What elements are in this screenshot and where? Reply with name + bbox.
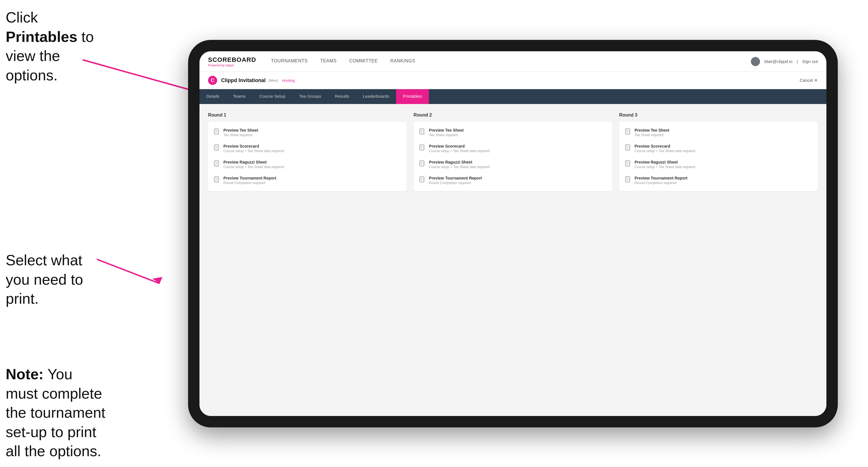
printables-bold: Printables [6, 29, 77, 45]
round1-tee-sheet-subtitle: Tee Sheet required [223, 133, 258, 137]
round1-scorecard-text: Preview Scorecard Course setup + Tee She… [223, 144, 284, 153]
round2-scorecard-title: Preview Scorecard [429, 144, 490, 149]
round3-tee-sheet-subtitle: Tee Sheet required [634, 133, 670, 137]
round3-tournament-report-title: Preview Tournament Report [634, 176, 688, 180]
nav-teams[interactable]: TEAMS [314, 51, 343, 72]
round2-scorecard[interactable]: Preview Scorecard Course setup + Tee She… [419, 143, 607, 154]
svg-marker-3 [152, 277, 162, 283]
round1-tee-sheet-title: Preview Tee Sheet [223, 128, 258, 132]
tournament-title: Clippd Invitational [221, 77, 266, 84]
round1-raguzzi-title: Preview Raguzzi Sheet [223, 160, 284, 164]
document-icon [419, 176, 426, 183]
round3-raguzzi-text: Preview Raguzzi Sheet Course setup + Tee… [634, 160, 695, 169]
round2-raguzzi[interactable]: Preview Raguzzi Sheet Course setup + Tee… [419, 159, 607, 170]
round1-raguzzi-subtitle: Course setup + Tee Sheet data required [223, 165, 284, 169]
tablet-screen: SCOREBOARD Powered by clippd TOURNAMENTS… [199, 51, 827, 416]
svg-line-0 [83, 60, 205, 94]
round-1-label: Round 1 [208, 113, 407, 118]
sub-nav: Details Teams Course Setup Tee Groups Re… [199, 89, 827, 104]
tournament-status: Hosting [282, 79, 294, 83]
top-nav-right: blair@clippd.io | Sign out [751, 57, 818, 66]
round3-scorecard-text: Preview Scorecard Course setup + Tee She… [634, 144, 695, 153]
round1-raguzzi[interactable]: Preview Raguzzi Sheet Course setup + Tee… [214, 159, 401, 170]
tab-course-setup[interactable]: Course Setup [252, 89, 292, 104]
round3-scorecard[interactable]: Preview Scorecard Course setup + Tee She… [625, 143, 812, 154]
round3-tee-sheet[interactable]: Preview Tee Sheet Tee Sheet required [625, 127, 812, 138]
top-nav: SCOREBOARD Powered by clippd TOURNAMENTS… [199, 51, 827, 72]
round2-tee-sheet-text: Preview Tee Sheet Tee Sheet required [429, 128, 464, 137]
round3-tournament-report-text: Preview Tournament Report Round Completi… [634, 176, 688, 185]
round1-scorecard-subtitle: Course setup + Tee Sheet data required [223, 149, 284, 153]
tab-leaderboards[interactable]: Leaderboards [356, 89, 396, 104]
round1-tee-sheet[interactable]: Preview Tee Sheet Tee Sheet required [214, 127, 401, 138]
round1-scorecard-title: Preview Scorecard [223, 144, 284, 149]
document-icon [214, 128, 220, 135]
round-2-label: Round 2 [413, 113, 612, 118]
round-3-column: Round 3 [619, 113, 818, 191]
logo-text: SCOREBOARD [208, 56, 256, 64]
user-email: blair@clippd.io [764, 59, 793, 64]
document-icon [625, 160, 631, 167]
nav-tournaments[interactable]: TOURNAMENTS [265, 51, 314, 72]
round1-tournament-report-subtitle: Round Completion required [223, 181, 276, 185]
round1-scorecard[interactable]: Preview Scorecard Course setup + Tee She… [214, 143, 401, 154]
round2-tournament-report-title: Preview Tournament Report [429, 176, 482, 180]
main-content: Round 1 [199, 104, 827, 416]
tab-details[interactable]: Details [199, 89, 226, 104]
round2-tee-sheet[interactable]: Preview Tee Sheet Tee Sheet required [419, 127, 607, 138]
document-icon [214, 145, 220, 151]
round2-tournament-report[interactable]: Preview Tournament Report Round Completi… [419, 175, 607, 186]
tournament-badge: (Men) [269, 79, 278, 83]
round3-raguzzi[interactable]: Preview Raguzzi Sheet Course setup + Tee… [625, 159, 812, 170]
round-1-card: Preview Tee Sheet Tee Sheet required [208, 122, 407, 191]
round1-tournament-report-text: Preview Tournament Report Round Completi… [223, 176, 276, 185]
rounds-grid: Round 1 [208, 113, 818, 191]
tournament-logo: C [208, 76, 217, 85]
note-bold: Note: [6, 366, 43, 382]
tablet-frame: SCOREBOARD Powered by clippd TOURNAMENTS… [188, 40, 838, 427]
round3-raguzzi-title: Preview Raguzzi Sheet [634, 160, 695, 164]
document-icon [214, 160, 220, 167]
document-icon [625, 128, 631, 135]
round2-scorecard-text: Preview Scorecard Course setup + Tee She… [429, 144, 490, 153]
sign-out-link[interactable]: Sign out [802, 59, 818, 64]
svg-line-2 [97, 259, 160, 283]
nav-rankings[interactable]: RANKINGS [384, 51, 422, 72]
document-icon [214, 176, 220, 183]
arrow-to-raguzzi [94, 256, 174, 291]
tab-printables[interactable]: Printables [396, 89, 429, 104]
round3-raguzzi-subtitle: Course setup + Tee Sheet data required [634, 165, 695, 169]
round2-tournament-report-subtitle: Round Completion required [429, 181, 482, 185]
document-icon [419, 128, 426, 135]
round3-tournament-report[interactable]: Preview Tournament Report Round Completi… [625, 175, 812, 186]
logo-sub: Powered by clippd [208, 64, 256, 67]
round2-scorecard-subtitle: Course setup + Tee Sheet data required [429, 149, 490, 153]
nav-committee[interactable]: COMMITTEE [343, 51, 384, 72]
round3-tee-sheet-text: Preview Tee Sheet Tee Sheet required [634, 128, 670, 137]
round3-tee-sheet-title: Preview Tee Sheet [634, 128, 670, 132]
round1-tournament-report-title: Preview Tournament Report [223, 176, 276, 180]
scoreboard-logo: SCOREBOARD Powered by clippd [208, 56, 256, 67]
round2-raguzzi-text: Preview Raguzzi Sheet Course setup + Tee… [429, 160, 490, 169]
cancel-button[interactable]: Cancel ✕ [800, 78, 818, 83]
round-3-label: Round 3 [619, 113, 818, 118]
document-icon [419, 160, 426, 167]
round3-scorecard-title: Preview Scorecard [634, 144, 695, 149]
round1-raguzzi-text: Preview Raguzzi Sheet Course setup + Tee… [223, 160, 284, 169]
document-icon [625, 145, 631, 151]
avatar [751, 57, 760, 66]
top-nav-links: TOURNAMENTS TEAMS COMMITTEE RANKINGS [265, 51, 751, 72]
tab-tee-groups[interactable]: Tee Groups [292, 89, 328, 104]
round3-tournament-report-subtitle: Round Completion required [634, 181, 688, 185]
round-1-column: Round 1 [208, 113, 407, 191]
round-3-card: Preview Tee Sheet Tee Sheet required [619, 122, 818, 191]
tab-results[interactable]: Results [328, 89, 356, 104]
document-icon [625, 176, 631, 183]
round2-raguzzi-title: Preview Raguzzi Sheet [429, 160, 490, 164]
round1-tournament-report[interactable]: Preview Tournament Report Round Completi… [214, 175, 401, 186]
instruction-middle: Select what you need to print. [6, 251, 102, 309]
tab-teams[interactable]: Teams [226, 89, 252, 104]
document-icon [419, 145, 426, 151]
tournament-header: C Clippd Invitational (Men) Hosting Canc… [199, 72, 827, 89]
round2-tee-sheet-subtitle: Tee Sheet required [429, 133, 464, 137]
